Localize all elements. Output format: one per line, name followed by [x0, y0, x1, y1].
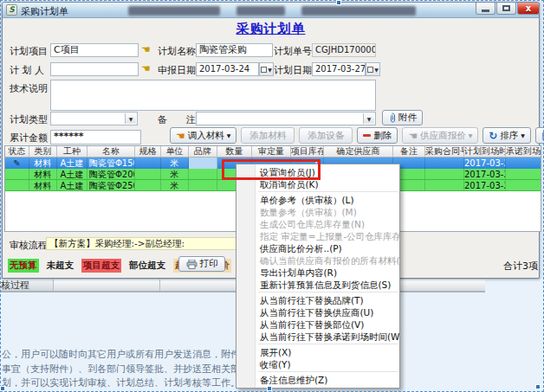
table-cell[interactable]: [425, 169, 464, 179]
table-cell[interactable]: A土建: [57, 180, 87, 190]
table-header-cell[interactable]: 单位: [161, 146, 189, 157]
table-cell[interactable]: 陶瓷管Φ250: [87, 180, 135, 190]
chevron-down-icon[interactable]: ▼: [125, 113, 136, 124]
table-settings-button[interactable]: ▦表格设置▼: [535, 127, 544, 144]
maximize-icon: [502, 5, 510, 11]
declare-date-label: 申报日期: [158, 64, 196, 77]
attachment-button[interactable]: 附件: [382, 110, 423, 125]
table-cell[interactable]: [135, 180, 161, 190]
table-cell[interactable]: 米: [161, 157, 189, 169]
lookup-hand-icon[interactable]: ☚: [141, 62, 151, 74]
marquee-handle[interactable]: [0, 386, 5, 391]
table-header-cell[interactable]: 项目库存量: [291, 146, 324, 157]
table-cell[interactable]: [189, 157, 217, 169]
menu-item[interactable]: 指定 审定量=上报量-公司仓库库存量(O): [236, 230, 399, 242]
table-header-cell[interactable]: 工种: [57, 146, 87, 157]
table-cell[interactable]: [506, 157, 541, 169]
table-cell[interactable]: [189, 180, 217, 190]
table-cell[interactable]: [425, 180, 464, 190]
table-cell[interactable]: 米: [161, 180, 189, 190]
paperclip-icon: [388, 112, 396, 123]
edit-pencil-icon[interactable]: ✎: [5, 157, 29, 169]
menu-item[interactable]: 收缩(Y): [236, 358, 399, 370]
plan-project-input[interactable]: C项目: [50, 43, 139, 57]
sort-button[interactable]: ↻排序▼: [482, 127, 531, 144]
table-cell[interactable]: 2017-03-27: [464, 157, 506, 169]
add-equipment-button[interactable]: 添加设备: [299, 127, 353, 144]
table-cell[interactable]: [135, 169, 161, 179]
maximize-button[interactable]: [496, 3, 516, 15]
marquee-handle[interactable]: [336, 0, 341, 5]
table-cell[interactable]: 陶瓷管Φ150: [87, 157, 135, 169]
table-cell[interactable]: 材料: [29, 157, 57, 169]
menu-item[interactable]: 从当前行往下替换部位(V): [236, 318, 399, 331]
menu-item[interactable]: 供应商比价分析..(P): [236, 242, 399, 254]
menu-item[interactable]: 单价参考（供审核）(L): [236, 194, 399, 206]
chevron-down-icon[interactable]: ▼: [363, 113, 374, 124]
legend-item: 未超支: [45, 259, 76, 273]
marquee-handle[interactable]: [267, 386, 272, 391]
table-cell[interactable]: 米: [161, 169, 189, 179]
table-header-cell[interactable]: 审定量: [252, 146, 291, 157]
table-cell[interactable]: [5, 169, 29, 179]
table-cell[interactable]: 材料: [29, 180, 57, 190]
import-material-button[interactable]: ☚调入材料▼: [170, 127, 236, 144]
marquee-handle[interactable]: [535, 384, 541, 389]
sort-icon: ↻: [489, 132, 497, 140]
table-cell[interactable]: [189, 169, 217, 179]
table-header-cell[interactable]: 备注: [393, 146, 425, 157]
table-header-cell[interactable]: 确定供应商: [324, 146, 393, 157]
table-header-cell[interactable]: 承诺到场时间: [506, 146, 541, 157]
table-cell[interactable]: [5, 180, 29, 190]
plan-type-select[interactable]: ▼: [50, 112, 138, 125]
declare-date-input[interactable]: 2017-03-24: [196, 62, 259, 76]
menu-item[interactable]: 重新计算预算信息及到货信息(S): [236, 279, 399, 291]
plan-date-picker-button[interactable]: ▼: [366, 62, 380, 76]
table-cell[interactable]: 2017-03-27: [464, 180, 506, 190]
table-cell[interactable]: [135, 157, 161, 169]
table-header-row: 状态类别工种名称规格单位品牌数量审定量项目库存量确定供应商备注采购合同号计划到场…: [5, 146, 541, 157]
supplier-quote-button[interactable]: ☚供应商报价▼: [402, 127, 478, 144]
remark-combo[interactable]: ▼: [196, 112, 376, 125]
table-header-cell[interactable]: 数量: [217, 146, 252, 157]
declare-date-picker-button[interactable]: ▼: [259, 62, 274, 76]
tech-note-textarea[interactable]: [50, 80, 376, 111]
table-header-cell[interactable]: 状态: [5, 146, 29, 157]
menu-item[interactable]: 数量参考（供审核）(M): [236, 206, 399, 218]
add-material-button[interactable]: 添加材料: [241, 127, 295, 144]
menu-item[interactable]: 从当前行往下替换品牌(T): [236, 294, 399, 306]
menu-item[interactable]: 从当前行往下替换供应商(U): [236, 306, 399, 318]
window-titlebar[interactable]: S 采购计划单 x: [3, 3, 539, 18]
total-amount-input: ******: [50, 130, 141, 145]
delete-button[interactable]: 删除: [357, 127, 398, 144]
table-cell[interactable]: 陶瓷管Φ200: [87, 169, 135, 179]
close-button[interactable]: x: [517, 3, 540, 15]
menu-item[interactable]: 确认当前供应商有报价的所有材料(Q): [236, 254, 399, 267]
table-cell[interactable]: [506, 180, 541, 190]
table-cell[interactable]: A土建: [57, 169, 87, 179]
table-header-cell[interactable]: 规格: [135, 146, 161, 157]
chevron-down-icon: ▼: [268, 67, 272, 73]
plan-date-input[interactable]: 2017-03-27: [312, 62, 366, 76]
menu-item[interactable]: 取消询价员(K): [236, 178, 399, 190]
table-header-cell[interactable]: 类别: [29, 146, 57, 157]
table-cell[interactable]: A土建: [57, 157, 87, 169]
table-header-cell[interactable]: 采购合同号: [425, 146, 464, 157]
lookup-hand-icon[interactable]: ☚: [141, 43, 151, 55]
menu-item[interactable]: 从当前行往下替换承诺到场时间(W): [236, 331, 399, 343]
table-cell[interactable]: 材料: [29, 169, 57, 179]
menu-item[interactable]: 备注信息维护(Z): [236, 374, 399, 386]
plan-name-input[interactable]: 陶瓷管采购: [196, 43, 273, 57]
planner-input[interactable]: [50, 62, 139, 76]
menu-item[interactable]: 展开(X): [236, 346, 399, 358]
minimize-button[interactable]: [476, 3, 495, 15]
table-cell[interactable]: [425, 157, 464, 169]
table-cell[interactable]: 2017-03-27: [464, 169, 506, 179]
print-button[interactable]: 打印: [178, 256, 225, 272]
table-header-cell[interactable]: 品牌: [189, 146, 217, 157]
table-cell[interactable]: [506, 169, 541, 179]
menu-item[interactable]: 导出计划单内容(R): [236, 267, 399, 279]
menu-item[interactable]: 生成公司仓库总库存量(N): [236, 218, 399, 230]
table-header-cell[interactable]: 名称: [87, 146, 135, 157]
table-header-cell[interactable]: 计划到场时间: [464, 146, 506, 157]
